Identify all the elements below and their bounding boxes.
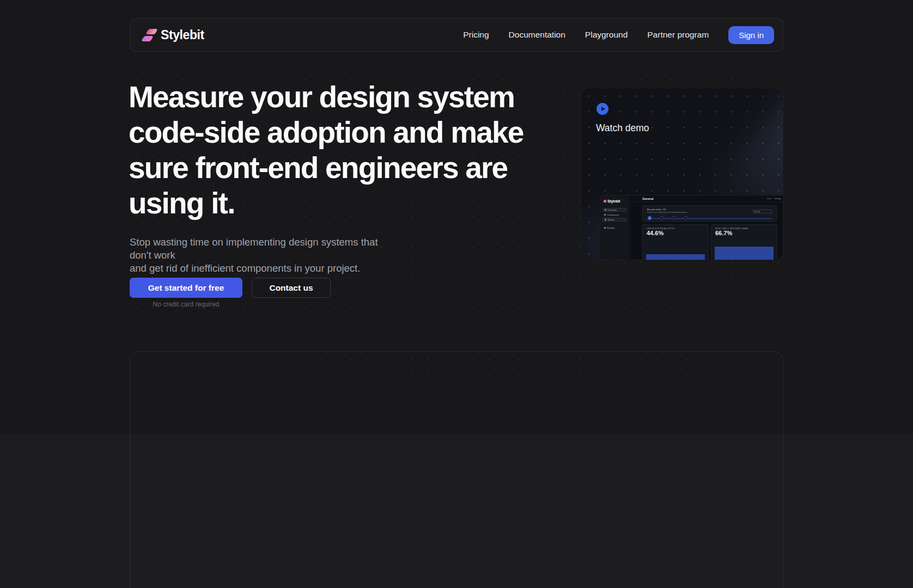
content-panel-dot-grid [130, 352, 783, 444]
brand-logo[interactable]: Stylebit [142, 28, 204, 42]
mini-stat-card-usage: MOST USED COMPONENT USAGE 66.7% [711, 224, 777, 260]
mini-stat-card-adoption: DESIGN SYSTEM ADOPTION 44.6% [642, 224, 709, 260]
mini-topbar-links: Docs Settings [767, 198, 781, 200]
mini-step-2 [660, 216, 664, 220]
hero-headline-line: using it. [129, 186, 543, 221]
mini-brand-logo: Stylebit [604, 199, 630, 203]
mini-sidebar-item-settings: Settings [602, 226, 626, 230]
mini-sidebar-item-icon [605, 219, 606, 220]
nav-bar: Stylebit Pricing Documentation Playgroun… [130, 18, 783, 52]
mini-step-3 [672, 216, 675, 220]
nav-link-partner-program[interactable]: Partner program [647, 30, 709, 40]
mini-step-1: 1 [648, 216, 652, 220]
mini-sidebar-item-icon [605, 209, 606, 211]
content-panel [130, 351, 783, 588]
mini-brand-name: Stylebit [607, 199, 620, 203]
mini-brand-logo-icon [604, 200, 606, 203]
mini-sidebar-item-icon [604, 227, 606, 229]
hero-headline-line: sure front-end engineers are [129, 150, 543, 186]
mini-sidebar-item-tokens: Tokens [602, 218, 626, 222]
contact-us-button[interactable]: Contact us [252, 278, 331, 298]
mini-setup-heading: Account setup · 0% [647, 208, 666, 211]
brand-name: Stylebit [161, 28, 204, 42]
mini-setup-panel: Account setup · 0% Connect your reposito… [642, 205, 777, 222]
nav-link-playground[interactable]: Playground [585, 30, 628, 40]
brand-logo-icon [142, 28, 157, 42]
mini-stepper-line [649, 218, 772, 219]
watch-demo-label: Watch demo [596, 122, 649, 134]
mini-setup-subheading: Connect your repository to start measuri… [647, 211, 687, 213]
hero-subtext-line: and get rid of inefficient components in… [130, 262, 360, 274]
mini-sidebar-item-components: Components [602, 213, 626, 217]
mini-sidebar-item-icon [604, 214, 606, 216]
get-started-button[interactable]: Get started for free [130, 278, 242, 298]
mini-step-4 [684, 216, 687, 220]
hero-headline-line: Measure your design system [129, 79, 543, 115]
hero-subtext: Stop wasting time on implementing design… [130, 236, 402, 275]
hero-subtext-line: Stop wasting time on implementing design… [130, 236, 378, 261]
play-icon[interactable] [597, 103, 608, 115]
mini-page-title: General [642, 197, 653, 200]
mini-sidebar-item-overview: Overview [602, 208, 626, 212]
mini-sidebar: Stylebit Overview Components Tokens Sett… [600, 195, 630, 260]
nav-links: Pricing Documentation Playground Partner… [463, 30, 709, 40]
mini-dashboard-screenshot: Stylebit Overview Components Tokens Sett… [600, 195, 783, 260]
cta-row: Get started for free Contact us [130, 278, 331, 298]
nav-link-documentation[interactable]: Documentation [509, 30, 565, 40]
mini-filter-select: Filter by [752, 210, 772, 213]
no-credit-card-note: No credit card required [130, 301, 242, 308]
sign-in-button[interactable]: Sign in [728, 26, 774, 44]
watch-demo-card[interactable]: Watch demo Stylebit Overview Components … [581, 88, 783, 260]
mini-stat-bar [715, 247, 774, 260]
hero-headline-line: code-side adoption and make [129, 115, 543, 150]
nav-link-pricing[interactable]: Pricing [463, 30, 489, 40]
mini-stat-bar [646, 254, 705, 260]
hero-headline: Measure your design system code-side ado… [129, 79, 543, 221]
